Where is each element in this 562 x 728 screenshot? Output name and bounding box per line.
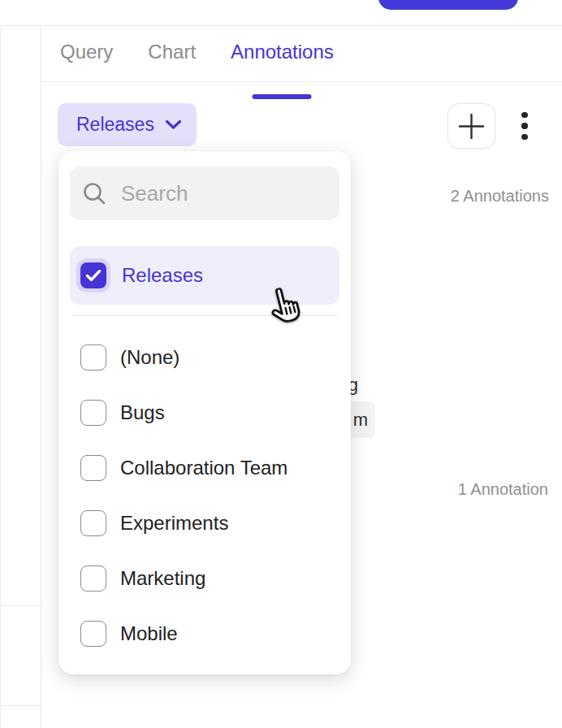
checkbox-none[interactable] xyxy=(80,344,106,370)
filter-button-label: Releases xyxy=(76,114,154,136)
option-label: Experiments xyxy=(120,512,228,535)
checkbox-experiments[interactable] xyxy=(80,510,106,536)
active-tab-underline xyxy=(253,94,312,99)
search-input[interactable] xyxy=(121,167,393,220)
annotation-count-top: 2 Annotations xyxy=(451,187,549,206)
dropdown-search[interactable] xyxy=(70,167,339,220)
more-options-button[interactable] xyxy=(514,106,535,145)
kebab-icon xyxy=(521,134,528,141)
add-annotation-button[interactable] xyxy=(447,103,495,149)
option-marketing[interactable]: Marketing xyxy=(70,551,339,606)
kebab-icon xyxy=(521,123,528,129)
sidebar-row-divider xyxy=(0,705,41,706)
checkbox-collaboration-team[interactable] xyxy=(80,455,106,481)
option-bugs[interactable]: Bugs xyxy=(70,385,339,440)
option-list: (None) Bugs Collaboration Team Experimen… xyxy=(70,330,339,661)
checkmark-icon xyxy=(85,269,102,282)
dropdown-divider xyxy=(72,315,337,316)
window-left-border xyxy=(0,25,1,728)
tab-chart[interactable]: Chart xyxy=(148,41,196,78)
releases-dropdown-panel: Releases (None) Bugs Collaboration Team … xyxy=(58,151,351,674)
tab-bar: Query Chart Annotations xyxy=(60,41,334,78)
header-primary-button[interactable] xyxy=(378,0,518,10)
option-mobile[interactable]: Mobile xyxy=(70,606,339,661)
annotation-count-bottom: 1 Annotation xyxy=(458,480,548,499)
checkbox-releases[interactable] xyxy=(80,262,106,288)
checkbox-bugs[interactable] xyxy=(80,400,106,426)
tab-query[interactable]: Query xyxy=(60,41,113,78)
releases-filter-button[interactable]: Releases xyxy=(58,103,197,146)
sidebar-row-divider xyxy=(0,605,41,606)
app-window: Query Chart Annotations Releases 2 Annot… xyxy=(0,0,562,728)
option-label: Releases xyxy=(122,264,203,287)
option-none[interactable]: (None) xyxy=(70,330,339,385)
tab-annotations-label: Annotations xyxy=(231,41,334,63)
option-collaboration-team[interactable]: Collaboration Team xyxy=(70,440,339,496)
option-label: Collaboration Team xyxy=(120,457,287,479)
sidebar-divider xyxy=(41,25,41,728)
checkbox-marketing[interactable] xyxy=(80,566,106,592)
checkbox-mobile[interactable] xyxy=(80,621,106,647)
option-experiments[interactable]: Experiments xyxy=(70,496,339,551)
option-label: Marketing xyxy=(120,567,205,590)
option-label: (None) xyxy=(120,346,179,369)
tabbar-divider xyxy=(41,81,562,82)
kebab-icon xyxy=(521,112,528,119)
tab-annotations[interactable]: Annotations xyxy=(231,41,334,78)
chevron-down-icon xyxy=(165,119,182,130)
option-label: Mobile xyxy=(120,622,178,645)
header-divider xyxy=(0,25,562,26)
option-releases[interactable]: Releases xyxy=(70,246,339,305)
plus-icon xyxy=(458,113,485,140)
option-label: Bugs xyxy=(120,401,165,424)
search-icon xyxy=(82,181,107,206)
